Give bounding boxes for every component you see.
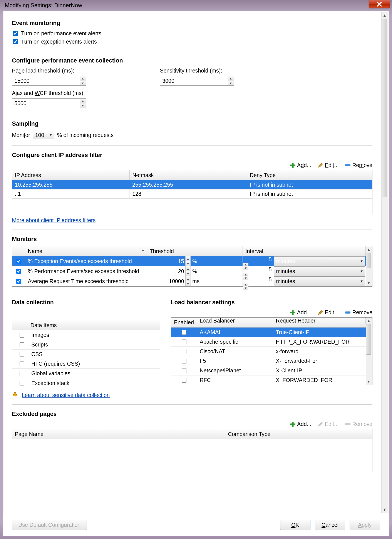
lb-row[interactable]: Apache-specificHTTP_X_FORWARDED_FOR [171,337,366,347]
col-netmask[interactable]: Netmask [130,170,247,180]
col-monitor-interval[interactable]: Interval [243,246,366,256]
data-item-row[interactable]: Exception stack [12,378,160,388]
col-monitor-threshold[interactable]: Threshold [147,246,243,256]
minus-icon [345,162,351,168]
checkbox-performance-alerts[interactable]: Turn on performance event alerts [12,30,373,37]
lb-row[interactable]: AKAMAITrue-Client-IP [171,327,366,337]
col-ip-address[interactable]: IP Address [12,170,130,180]
lb-add-button[interactable]: Add... [290,309,311,316]
threshold-input[interactable] [147,266,185,276]
main-scrollbar[interactable]: ▲ ▼ [381,12,388,513]
data-item-checkbox[interactable] [19,371,24,376]
divider [12,293,373,293]
lb-enabled-checkbox[interactable] [182,378,186,383]
interval-unit-select[interactable]: minutes [274,276,365,286]
monitors-table: Name▲ Threshold Interval % Exception Eve… [12,246,373,287]
lb-row[interactable]: F5X-Forwarded-For [171,356,366,366]
section-excluded-pages-title: Excluded pages [12,411,373,418]
lb-edit-button[interactable]: Edit... [317,309,339,316]
window-close-button[interactable] [369,0,390,8]
lb-scrollbar[interactable]: ▲ ▼ [366,318,372,385]
ajax-spinner[interactable]: ▲▼ [12,98,86,108]
sensitivity-spinner[interactable]: ▲▼ [160,76,234,86]
sort-asc-icon: ▲ [141,248,145,252]
col-comparison-type[interactable]: Comparison Type [225,429,372,439]
col-lb-enabled[interactable]: Enabled [171,318,197,327]
use-default-config-button: Use Default Configuration [12,520,87,530]
page-load-input[interactable] [12,76,80,85]
checkbox-performance-alerts-input[interactable] [13,31,18,36]
spin-down-icon[interactable]: ▼ [80,81,86,86]
data-item-checkbox[interactable] [19,381,24,385]
svg-rect-0 [345,164,350,166]
spin-up-icon[interactable]: ▲ [80,76,86,81]
lb-enabled-checkbox[interactable] [182,368,186,373]
apply-button: Apply [349,520,380,530]
ip-remove-button[interactable]: Remove [345,162,373,168]
monitor-checkbox[interactable] [16,269,21,274]
data-item-row[interactable]: Global variables [12,369,160,378]
col-lb-name[interactable]: Load Balancer [197,318,273,324]
data-item-row[interactable]: Images [12,330,160,340]
interval-unit-select[interactable]: minutes [274,256,365,266]
monitor-row[interactable]: Average Request Time exceeds threshold ▲… [12,276,366,286]
ip-edit-button[interactable]: Edit... [317,162,339,168]
ip-add-button[interactable]: Add... [290,162,311,168]
interval-input[interactable] [243,256,273,263]
col-monitor-name[interactable]: Name▲ [25,246,147,256]
lb-enabled-checkbox[interactable] [182,359,186,363]
sensitivity-label: Sensitivity threshold (ms): [160,67,234,74]
plus-icon [290,421,296,427]
data-collection-link[interactable]: Learn about sensitive data collection [22,392,110,398]
cancel-button[interactable]: Cancel [315,520,345,530]
section-event-monitoring-title: Event monitoring [12,20,373,27]
ok-button[interactable]: OK [280,520,310,530]
lb-row[interactable]: Cisco/NATx-forward [171,347,366,356]
col-deny-type[interactable]: Deny Type [247,170,372,180]
ajax-input[interactable] [12,99,80,108]
page-load-label: Page load threshold (ms): [12,67,86,74]
ip-filter-link[interactable]: More about client IP address filters [12,217,95,223]
data-item-checkbox[interactable] [19,361,24,366]
interval-unit-select[interactable]: minutes [274,266,365,276]
table-row[interactable]: 10.255.255.255255.255.255.255IP is not i… [12,180,372,189]
pencil-icon [317,162,323,168]
checkbox-exception-alerts[interactable]: Turn on exception events alerts [12,38,373,45]
excluded-add-button[interactable]: Add... [290,421,311,427]
lb-enabled-checkbox[interactable] [182,340,186,344]
monitor-row[interactable]: % Exception Events/sec exceeds threshold… [12,256,366,266]
data-item-checkbox[interactable] [19,352,24,357]
pencil-icon [317,309,323,316]
monitor-row[interactable]: % Performance Events/sec exceeds thresho… [12,266,366,276]
data-item-checkbox[interactable] [19,342,24,347]
data-item-row[interactable]: HTC (requires CSS) [12,359,160,369]
interval-input[interactable] [243,266,273,273]
threshold-input[interactable] [147,256,185,266]
data-item-row[interactable]: Scripts [12,340,160,350]
table-row[interactable]: ::1128IP is not in subnet [12,189,372,199]
ip-filter-table: IP Address Netmask Deny Type 10.255.255.… [12,170,373,214]
titlebar[interactable]: Modifying Settings: DinnerNow [0,0,392,11]
col-page-name[interactable]: Page Name [12,429,225,439]
lb-row[interactable]: RFCX_FORWARDED_FOR [171,375,366,385]
lb-enabled-checkbox[interactable] [182,349,186,354]
page-load-spinner[interactable]: ▲▼ [12,76,86,86]
monitor-checkbox[interactable] [16,259,21,264]
col-lb-header[interactable]: Request Header [273,318,366,324]
ajax-label: Ajax and WCF threshold (ms): [12,90,373,96]
monitor-checkbox[interactable] [16,279,21,284]
data-items-header[interactable]: Data Items [12,320,160,330]
interval-input[interactable] [243,276,273,283]
sensitivity-input[interactable] [160,76,228,85]
lb-remove-button[interactable]: Remove [345,309,373,316]
threshold-input[interactable] [147,276,185,286]
sampling-select[interactable]: 100 [33,131,54,139]
monitors-scrollbar[interactable]: ▲ ▼ [366,247,372,286]
checkbox-exception-alerts-input[interactable] [13,39,18,44]
dialog-body: Event monitoring Turn on performance eve… [3,11,389,536]
data-item-row[interactable]: CSS [12,350,160,359]
lb-enabled-checkbox[interactable] [182,330,186,335]
lb-row[interactable]: Netscape/iPlanetX-Client-IP [171,366,366,375]
excluded-remove-button: Remove [345,421,373,427]
data-item-checkbox[interactable] [19,333,24,337]
